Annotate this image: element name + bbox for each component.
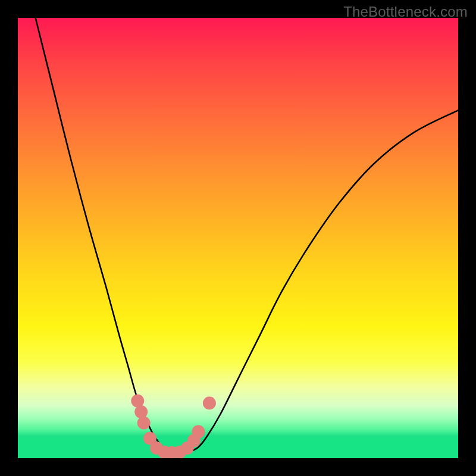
bottleneck-curve	[36, 18, 458, 453]
highlight-dot	[134, 405, 148, 418]
highlight-dot	[203, 397, 216, 410]
chart-frame: TheBottleneck.com	[0, 0, 476, 476]
plot-area	[18, 18, 458, 458]
highlight-dot	[137, 416, 151, 430]
highlight-dot	[192, 425, 205, 439]
highlight-dots	[131, 394, 216, 458]
curve-layer	[18, 18, 458, 458]
